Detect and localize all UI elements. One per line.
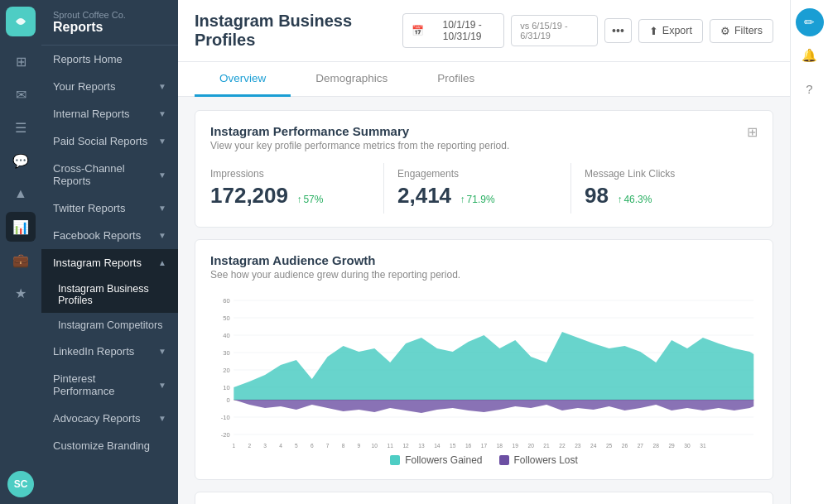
sidebar-item-customize-branding[interactable]: Customize Branding (41, 432, 178, 459)
svg-text:10: 10 (223, 384, 230, 391)
svg-text:14: 14 (434, 443, 440, 449)
svg-text:1: 1 (232, 443, 235, 449)
metric-engagements-value: 2,414 (397, 183, 451, 208)
sidebar-item-pinterest[interactable]: Pinterest Performance ▼ (41, 365, 178, 405)
svg-text:4: 4 (279, 443, 282, 449)
svg-text:26: 26 (622, 443, 628, 449)
help-icon[interactable]: ? (796, 74, 824, 103)
nav-icon-reports[interactable]: 📊 (6, 212, 36, 242)
date-range-button[interactable]: 📅 10/1/19 - 10/31/19 (402, 13, 504, 48)
audience-growth-card: Instagram Audience Growth See how your a… (195, 239, 773, 480)
user-avatar[interactable]: SC (7, 471, 34, 497)
metric-engagements-change: 71.9% (460, 194, 495, 205)
legend-followers-lost: Followers Lost (499, 454, 578, 466)
svg-text:60: 60 (223, 297, 230, 305)
sidebar-item-instagram-competitors[interactable]: Instagram Competitors (41, 313, 178, 338)
page-title: Instagram Business Profiles (195, 12, 402, 50)
svg-text:11: 11 (388, 443, 394, 449)
filter-icon: ⚙ (720, 25, 730, 37)
audience-metrics-card: Audience Metrics Totals % Change Followe… (195, 492, 773, 504)
right-strip: ✏ 🔔 ? (790, 0, 828, 504)
nav-icon-tasks[interactable]: ☰ (6, 113, 36, 142)
svg-text:20: 20 (527, 443, 534, 449)
metric-link-clicks-value: 98 (585, 183, 609, 208)
main-content: Instagram Business Profiles 📅 10/1/19 - … (178, 0, 790, 504)
svg-text:8: 8 (342, 443, 345, 449)
nav-icon-messages[interactable]: 💬 (6, 146, 36, 175)
sidebar-item-linkedin[interactable]: LinkedIn Reports ▼ (41, 338, 178, 365)
sidebar-item-instagram[interactable]: Instagram Reports ▲ (41, 249, 178, 276)
chevron-icon: ▼ (158, 204, 166, 213)
nav-icon-compose[interactable]: ✉ (6, 79, 36, 109)
chevron-up-icon: ▲ (158, 258, 166, 267)
chevron-icon: ▼ (158, 414, 166, 423)
metric-link-clicks: Message Link Clicks 98 46.3% (571, 163, 758, 214)
svg-text:-10: -10 (221, 414, 231, 421)
bell-icon[interactable]: 🔔 (796, 41, 824, 70)
svg-text:25: 25 (606, 443, 613, 449)
sidebar-item-twitter[interactable]: Twitter Reports ▼ (41, 194, 178, 222)
chevron-icon: ▼ (158, 347, 166, 356)
nav-icon-publish[interactable]: ▲ (6, 179, 36, 209)
svg-text:15: 15 (450, 443, 456, 449)
audience-chart: 60 50 40 30 20 10 0 -10 -20 1 (210, 292, 758, 449)
sidebar-item-cross-channel[interactable]: Cross-Channel Reports ▼ (41, 155, 178, 194)
metric-link-clicks-change: 46.3% (617, 194, 652, 205)
logo (6, 7, 36, 36)
svg-text:5: 5 (295, 443, 298, 449)
growth-card-title: Instagram Audience Growth (210, 253, 758, 267)
sidebar-item-paid-social[interactable]: Paid Social Reports ▼ (41, 127, 178, 155)
tab-demographics[interactable]: Demographics (291, 62, 412, 97)
chevron-icon: ▼ (158, 137, 166, 146)
performance-summary-card: Instagram Performance Summary View your … (195, 110, 773, 228)
nav-icon-briefcase[interactable]: 💼 (6, 245, 36, 275)
export-icon: ⬆ (649, 25, 658, 37)
sidebar-item-advocacy[interactable]: Advocacy Reports ▼ (41, 405, 178, 432)
sidebar: Sprout Coffee Co. Reports Reports Home Y… (41, 0, 178, 504)
tab-profiles[interactable]: Profiles (412, 62, 499, 97)
icon-strip: ⊞ ✉ ☰ 💬 ▲ 📊 💼 ★ SC (0, 0, 41, 504)
sidebar-item-internal-reports[interactable]: Internal Reports ▼ (41, 100, 178, 127)
export-button[interactable]: ⬆ Export (638, 19, 703, 43)
grid-view-icon[interactable]: ⊞ (747, 124, 758, 140)
growth-card-subtitle: See how your audience grew during the re… (210, 269, 758, 281)
svg-text:29: 29 (668, 443, 675, 449)
metrics-row: Impressions 172,209 57% Engagements 2,41… (210, 163, 758, 214)
tab-overview[interactable]: Overview (195, 62, 291, 97)
chevron-icon: ▼ (158, 381, 166, 390)
sidebar-item-your-reports[interactable]: Your Reports ▼ (41, 73, 178, 100)
nav-icon-star[interactable]: ★ (6, 278, 36, 308)
svg-text:40: 40 (223, 332, 230, 339)
sidebar-item-reports-home[interactable]: Reports Home (41, 46, 178, 73)
svg-text:-20: -20 (221, 431, 231, 439)
sidebar-item-facebook[interactable]: Facebook Reports ▼ (41, 222, 178, 249)
tabs-bar: Overview Demographics Profiles (178, 62, 790, 97)
metric-impressions-label: Impressions (210, 168, 370, 180)
svg-text:30: 30 (223, 349, 230, 357)
svg-text:27: 27 (638, 443, 644, 449)
more-options-button[interactable]: ••• (604, 18, 632, 43)
svg-text:31: 31 (700, 443, 706, 449)
chart-legend: Followers Gained Followers Lost (210, 454, 758, 466)
svg-text:20: 20 (223, 367, 230, 374)
content-area: Instagram Performance Summary View your … (178, 97, 790, 504)
metric-impressions-change: 57% (296, 194, 323, 205)
sidebar-item-instagram-business[interactable]: Instagram Business Profiles (41, 276, 178, 313)
svg-text:12: 12 (402, 443, 409, 449)
metric-engagements-label: Engagements (397, 168, 557, 180)
chevron-icon: ▼ (158, 170, 166, 180)
legend-followers-gained: Followers Gained (390, 454, 482, 466)
chart-svg: 60 50 40 30 20 10 0 -10 -20 1 (210, 292, 758, 449)
svg-text:9: 9 (358, 443, 361, 449)
svg-text:16: 16 (465, 443, 472, 449)
svg-text:0: 0 (226, 396, 230, 404)
nav-icon-home[interactable]: ⊞ (6, 46, 36, 76)
metric-impressions: Impressions 172,209 57% (210, 163, 384, 214)
company-name: Sprout Coffee Co. (53, 10, 166, 20)
followers-gained-dot (390, 455, 400, 465)
filters-button[interactable]: ⚙ Filters (710, 19, 773, 43)
metric-engagements: Engagements 2,414 71.9% (384, 163, 571, 214)
edit-icon[interactable]: ✏ (796, 8, 824, 36)
svg-text:2: 2 (248, 443, 251, 449)
followers-lost-dot (499, 455, 509, 465)
